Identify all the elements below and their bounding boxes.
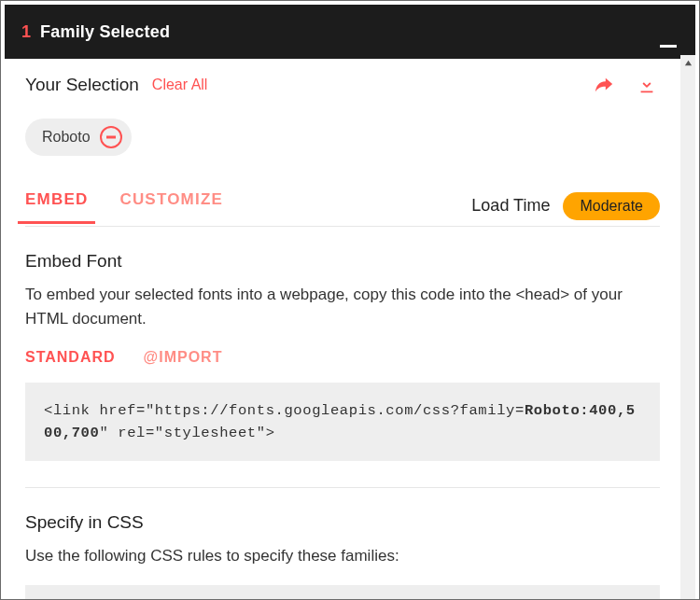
subtab-import[interactable]: @IMPORT bbox=[144, 349, 223, 366]
font-chip: Roboto bbox=[25, 119, 132, 156]
subtab-standard[interactable]: STANDARD bbox=[25, 349, 116, 366]
drawer-title: Family Selected bbox=[40, 22, 170, 42]
css-code[interactable]: font-family: 'Roboto', sans-serif; bbox=[25, 585, 660, 599]
selection-chips: Roboto bbox=[25, 119, 660, 156]
selection-label: Your Selection bbox=[25, 75, 139, 95]
divider bbox=[25, 487, 660, 488]
remove-chip-icon[interactable] bbox=[100, 126, 122, 148]
embed-description: To embed your selected fonts into a webp… bbox=[25, 283, 660, 332]
share-icon[interactable] bbox=[591, 72, 617, 98]
clear-all-link[interactable]: Clear All bbox=[152, 77, 208, 93]
drawer-header[interactable]: 1 Family Selected bbox=[5, 5, 695, 59]
download-icon[interactable] bbox=[634, 72, 660, 98]
drawer-content: Your Selection Clear All Roboto bbox=[5, 59, 680, 599]
embed-section: Embed Font To embed your selected fonts … bbox=[25, 251, 660, 461]
family-count: 1 bbox=[21, 22, 31, 42]
css-heading: Specify in CSS bbox=[25, 512, 660, 533]
embed-heading: Embed Font bbox=[25, 251, 660, 272]
selection-row: Your Selection Clear All bbox=[25, 59, 660, 98]
load-time-value: Moderate bbox=[580, 198, 643, 215]
minimize-icon[interactable] bbox=[660, 45, 677, 48]
tab-customize[interactable]: CUSTOMIZE bbox=[119, 190, 223, 222]
css-section: Specify in CSS Use the following CSS rul… bbox=[25, 512, 660, 599]
embed-code[interactable]: <link href="https://fonts.googleapis.com… bbox=[25, 383, 660, 461]
embed-subtabs: STANDARD @IMPORT bbox=[25, 349, 660, 366]
embed-code-suffix: " rel="stylesheet"> bbox=[99, 425, 274, 441]
load-time-label: Load Time bbox=[471, 196, 550, 216]
scrollbar[interactable] bbox=[680, 55, 695, 599]
font-chip-label: Roboto bbox=[42, 129, 91, 146]
scroll-up-button[interactable] bbox=[680, 55, 695, 70]
embed-code-prefix: <link href="https://fonts.googleapis.com… bbox=[44, 402, 525, 419]
load-time-badge: Moderate bbox=[563, 192, 660, 220]
tabs-row: EMBED CUSTOMIZE Load Time Moderate bbox=[25, 186, 660, 227]
tab-embed[interactable]: EMBED bbox=[25, 190, 88, 222]
css-description: Use the following CSS rules to specify t… bbox=[25, 544, 660, 568]
